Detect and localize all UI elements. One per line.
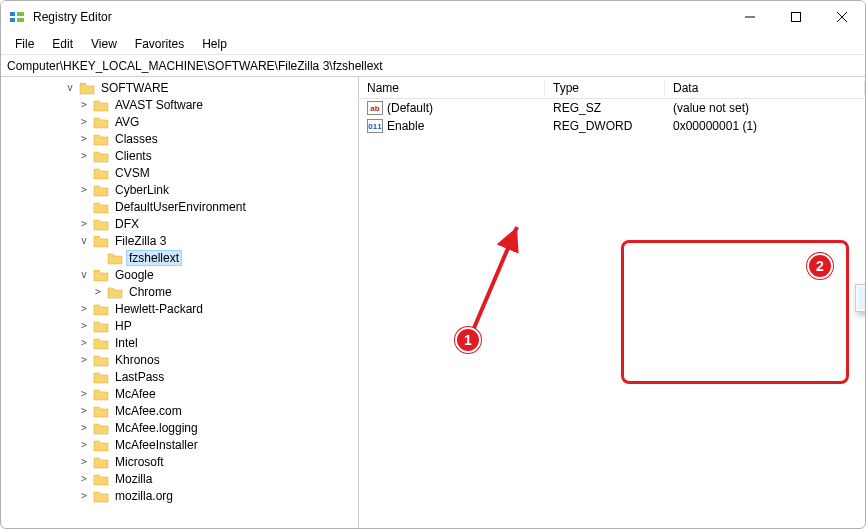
chevron-right-icon[interactable]: > [77,304,91,314]
col-name[interactable]: Name [359,81,545,95]
tree-item[interactable]: >McAfeeInstaller [7,436,358,453]
folder-icon [93,455,109,469]
chevron-right-icon[interactable]: > [77,423,91,433]
folder-icon [93,489,109,503]
chevron-right-icon[interactable]: > [77,440,91,450]
folder-icon [93,217,109,231]
chevron-right-icon[interactable]: > [77,321,91,331]
chevron-right-icon[interactable]: > [77,355,91,365]
folder-open-icon [93,268,109,282]
tree-item[interactable]: >Chrome [7,283,358,300]
tree-item[interactable]: >Classes [7,130,358,147]
tree-item[interactable]: vFileZilla 3 [7,232,358,249]
tree-pane[interactable]: vSOFTWARE>AVAST Software>AVG>Classes>Cli… [1,77,359,528]
tree-item[interactable]: LastPass [7,368,358,385]
close-button[interactable] [819,1,865,33]
tree-item[interactable]: >AVAST Software [7,96,358,113]
menu-help[interactable]: Help [194,35,235,53]
chevron-right-icon[interactable]: > [91,287,105,297]
menu-file[interactable]: File [7,35,42,53]
tree-label: Intel [113,336,140,350]
folder-icon [93,302,109,316]
value-row[interactable]: ab(Default)REG_SZ(value not set) [359,99,865,117]
tree-label: Microsoft [113,455,166,469]
menu-edit[interactable]: Edit [44,35,81,53]
chevron-right-icon[interactable]: > [77,134,91,144]
chevron-right-icon[interactable]: > [77,117,91,127]
folder-icon [93,353,109,367]
chevron-right-icon[interactable]: > [77,219,91,229]
tree-label: McAfee.logging [113,421,200,435]
folder-icon [93,370,109,384]
tree-item[interactable]: >McAfee [7,385,358,402]
tree-label: Mozilla [113,472,154,486]
folder-icon [93,149,109,163]
col-data[interactable]: Data [665,81,865,95]
folder-open-icon [79,81,95,95]
svg-rect-1 [10,18,15,22]
tree-item[interactable]: CVSM [7,164,358,181]
chevron-right-icon[interactable]: > [77,406,91,416]
tree-item[interactable]: vSOFTWARE [7,79,358,96]
folder-icon [93,319,109,333]
minimize-button[interactable] [727,1,773,33]
value-type: REG_SZ [545,101,665,115]
folder-icon [93,166,109,180]
menu-view[interactable]: View [83,35,125,53]
chevron-right-icon[interactable]: > [77,185,91,195]
tree-item[interactable]: >Khronos [7,351,358,368]
value-type: REG_DWORD [545,119,665,133]
tree-item[interactable]: vGoogle [7,266,358,283]
chevron-down-icon[interactable]: v [77,236,91,246]
value-data: (value not set) [665,101,865,115]
chevron-right-icon[interactable]: > [77,389,91,399]
value-name: (Default) [387,101,433,115]
maximize-button[interactable] [773,1,819,33]
tree-item[interactable]: >mozilla.org [7,487,358,504]
chevron-right-icon[interactable]: > [77,491,91,501]
folder-icon [93,404,109,418]
chevron-right-icon[interactable]: > [77,338,91,348]
folder-open-icon [93,234,109,248]
chevron-right-icon[interactable]: > [77,151,91,161]
folder-icon [107,251,123,265]
tree-item[interactable]: >HP [7,317,358,334]
values-pane[interactable]: Name Type Data ab(Default)REG_SZ(value n… [359,77,865,528]
tree-item[interactable]: >DFX [7,215,358,232]
tree-label: DFX [113,217,141,231]
tree-item[interactable]: >Hewlett-Packard [7,300,358,317]
tree-label: DefaultUserEnvironment [113,200,248,214]
column-headers: Name Type Data [359,77,865,99]
tree-label: McAfee [113,387,158,401]
ctx-new[interactable]: New ▶ [858,287,866,309]
tree-item[interactable]: >McAfee.com [7,402,358,419]
title-bar: Registry Editor [1,1,865,33]
menu-favorites[interactable]: Favorites [127,35,192,53]
window-title: Registry Editor [33,10,112,24]
string-value-icon: ab [367,101,383,115]
col-type[interactable]: Type [545,81,665,95]
tree-item[interactable]: >Intel [7,334,358,351]
tree-item[interactable]: >Microsoft [7,453,358,470]
tree-item[interactable]: >McAfee.logging [7,419,358,436]
tree-item[interactable]: >Mozilla [7,470,358,487]
chevron-down-icon[interactable]: v [77,270,91,280]
folder-icon [93,387,109,401]
tree-item[interactable]: DefaultUserEnvironment [7,198,358,215]
tree-item[interactable]: fzshellext [7,249,358,266]
tree-item[interactable]: >AVG [7,113,358,130]
address-bar[interactable]: Computer\HKEY_LOCAL_MACHINE\SOFTWARE\Fil… [1,55,865,77]
value-name: Enable [387,119,424,133]
tree-item[interactable]: >CyberLink [7,181,358,198]
context-menu-new: New ▶ [855,284,866,312]
chevron-down-icon[interactable]: v [63,83,77,93]
address-text: Computer\HKEY_LOCAL_MACHINE\SOFTWARE\Fil… [7,59,383,73]
chevron-right-icon[interactable]: > [77,474,91,484]
value-row[interactable]: 011EnableREG_DWORD0x00000001 (1) [359,117,865,135]
chevron-right-icon[interactable]: > [77,457,91,467]
folder-icon [93,336,109,350]
tree-label: SOFTWARE [99,81,171,95]
tree-label: McAfee.com [113,404,184,418]
chevron-right-icon[interactable]: > [77,100,91,110]
tree-item[interactable]: >Clients [7,147,358,164]
